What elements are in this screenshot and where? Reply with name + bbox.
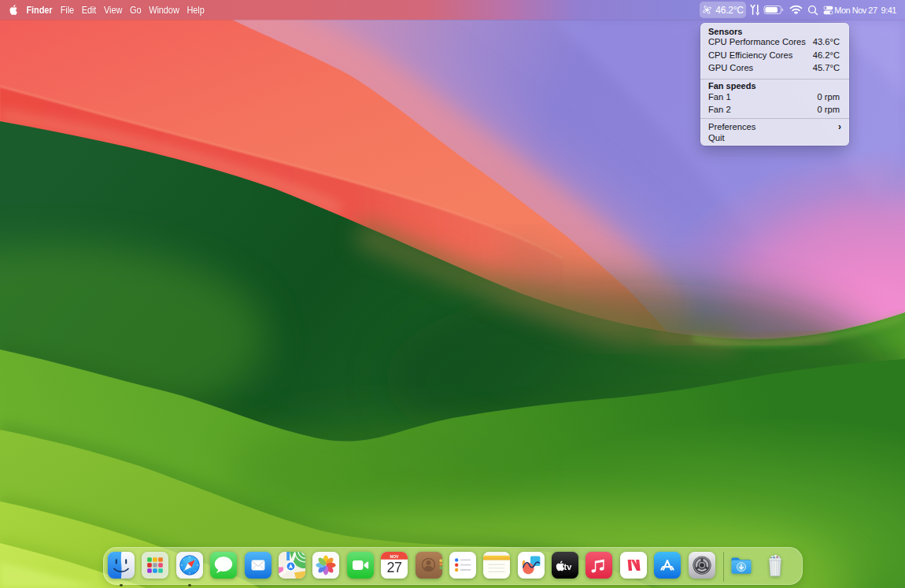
apple-logo-icon — [9, 4, 17, 16]
menu-item-cpu-efficiency[interactable]: CPU Efficiency Cores 46.2°C — [700, 49, 849, 61]
battery-level-icon — [763, 5, 785, 15]
finder-app-icon — [108, 552, 135, 579]
dock-icon-safari[interactable] — [176, 552, 203, 579]
calendar-month-label: NOV — [390, 553, 400, 558]
dock-separator — [723, 552, 724, 582]
calendar-day-label: 27 — [387, 560, 403, 575]
running-indicator — [120, 584, 123, 587]
cpu-efficiency-value: 46.2°C — [813, 50, 840, 60]
clock-time: 9:41 — [881, 6, 896, 15]
apple-menu[interactable] — [0, 0, 22, 20]
dock-icon-maps[interactable] — [279, 552, 305, 579]
menu-item-gpu-cores[interactable]: GPU Cores 45.7°C — [700, 61, 849, 74]
menu-help[interactable]: Help — [183, 0, 209, 20]
fan-menu-extra[interactable]: 46.2°C — [700, 2, 746, 18]
fan-dropdown-menu: Sensors CPU Performance Cores 43.6°C CPU… — [700, 23, 849, 146]
maps-app-icon — [279, 552, 305, 579]
photos-app-icon — [312, 552, 339, 579]
dock-icon-downloads[interactable] — [728, 552, 755, 579]
news-app-icon — [620, 552, 647, 579]
appstore-app-icon — [654, 552, 681, 579]
menu-bar: Finder File Edit View Go Window Help 46.… — [0, 0, 905, 20]
facetime-app-icon — [347, 552, 374, 579]
menu-item-label: GPU Cores — [708, 63, 753, 72]
macos-desktop: { "menu_bar": { "apple_icon": "apple-log… — [0, 0, 905, 588]
dock-icon-news[interactable] — [620, 552, 647, 579]
menu-item-quit[interactable]: Quit — [700, 131, 849, 144]
temperature-reading: 46.2°C — [715, 5, 744, 16]
reminders-app-icon — [449, 552, 476, 579]
search-icon[interactable] — [807, 0, 818, 20]
dock-icon-finder[interactable] — [108, 552, 135, 579]
dock-icon-contacts[interactable] — [416, 552, 442, 579]
safari-app-icon — [176, 552, 203, 579]
battery-icon[interactable] — [763, 0, 785, 20]
submenu-chevron-icon: › — [838, 122, 841, 131]
dock-icon-facetime[interactable] — [347, 552, 374, 579]
menu-item-label: CPU Performance Cores — [708, 37, 806, 46]
dock-icon-freeform[interactable] — [518, 552, 545, 579]
menu-file[interactable]: File — [57, 0, 78, 20]
dock-icon-music[interactable] — [585, 552, 612, 579]
menu-bar-left: Finder File Edit View Go Window Help — [0, 0, 209, 20]
fan2-value: 0 rpm — [817, 105, 840, 114]
notes-app-icon — [483, 552, 510, 579]
menu-item-fan2[interactable]: Fan 2 0 rpm — [700, 103, 849, 116]
dock-icon-launchpad[interactable] — [142, 552, 168, 579]
dock-icon-reminders[interactable] — [449, 552, 476, 579]
dock-icon-photos[interactable] — [312, 552, 339, 579]
dock-icon-messages[interactable] — [210, 552, 237, 579]
menu-finder[interactable]: Finder — [22, 0, 57, 20]
control-center-toggles-icon — [823, 6, 833, 15]
menu-item-label: Preferences — [708, 122, 755, 131]
calendar-app-icon: NOV 27 — [381, 552, 408, 579]
spotlight-magnifier-icon — [807, 5, 818, 16]
dock-icon-tv[interactable]: tv — [552, 552, 578, 579]
tv-app-icon: tv — [552, 552, 578, 579]
launchpad-app-icon — [142, 552, 168, 579]
dock-icon-notes[interactable] — [483, 552, 510, 579]
running-indicator — [188, 584, 191, 587]
freeform-app-icon — [518, 552, 545, 579]
menu-window[interactable]: Window — [145, 0, 183, 20]
gpu-cores-value: 45.7°C — [813, 63, 840, 72]
cpu-performance-value: 43.6°C — [813, 37, 840, 46]
dock: NOV 27 — [103, 547, 803, 585]
wifi-icon[interactable] — [789, 0, 803, 20]
music-app-icon — [585, 552, 612, 579]
fan-icon — [702, 5, 712, 15]
control-center-icon[interactable] — [822, 0, 833, 20]
menu-item-label: Fan 2 — [708, 105, 731, 114]
dock-icon-mail[interactable] — [245, 552, 272, 579]
clock-date: Mon Nov 27 — [834, 6, 877, 15]
menu-item-cpu-performance[interactable]: CPU Performance Cores 43.6°C — [700, 35, 849, 48]
menu-separator — [700, 118, 849, 119]
fan-app-icon[interactable] — [748, 0, 761, 20]
messages-app-icon — [210, 552, 237, 579]
menu-bar-clock[interactable]: Mon Nov 27 9:41 — [834, 0, 896, 20]
menu-edit[interactable]: Edit — [78, 0, 100, 20]
menu-view[interactable]: View — [100, 0, 126, 20]
menu-go[interactable]: Go — [126, 0, 145, 20]
dock-icon-trash[interactable] — [762, 552, 789, 579]
dock-icon-calendar[interactable]: NOV 27 — [381, 552, 408, 579]
dock-icon-appstore[interactable] — [654, 552, 681, 579]
trash-app-icon — [762, 552, 789, 579]
contacts-app-icon — [416, 552, 442, 579]
settings-app-icon — [689, 552, 715, 579]
wifi-waves-icon — [789, 5, 803, 15]
menu-item-label: Fan 1 — [708, 92, 731, 102]
fan-sliders-icon — [750, 4, 759, 16]
menu-item-fan1[interactable]: Fan 1 0 rpm — [700, 91, 849, 103]
menu-item-label: Quit — [708, 133, 725, 142]
tv-logo-label: tv — [564, 561, 573, 571]
fan1-value: 0 rpm — [817, 92, 840, 102]
dock-icon-settings[interactable] — [689, 552, 715, 579]
menu-item-label: CPU Efficiency Cores — [708, 50, 792, 60]
mail-app-icon — [245, 552, 272, 579]
downloads-app-icon — [728, 552, 755, 579]
